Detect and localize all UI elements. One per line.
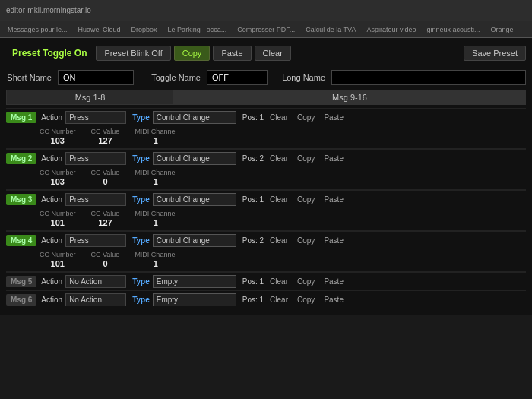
row-clear-btn-4[interactable]: Clear (267, 236, 291, 245)
row-paste-btn-6[interactable]: Paste (321, 295, 347, 305)
tab-parking[interactable]: Le Parking - occa... (163, 24, 232, 35)
row-paste-btn-1[interactable]: Paste (321, 112, 347, 122)
type-select-1[interactable]: Control Change (153, 111, 236, 124)
messages-section: Msg 1 Action Press Type Control Change P… (6, 108, 526, 309)
action-select-3[interactable]: Press (65, 193, 126, 206)
cc-value-label: CC Value (91, 210, 120, 217)
cc-number-value: 103 (51, 136, 65, 145)
row-copy-btn-2[interactable]: Copy (294, 154, 318, 163)
action-select-6[interactable]: No Action (65, 293, 126, 306)
action-select-2[interactable]: Press (65, 152, 126, 165)
tab-video[interactable]: Aspirateur vidéo (362, 24, 420, 35)
long-name-input[interactable] (331, 70, 526, 85)
msg-row-6: Msg 6 Action No Action Type Empty Pos: 1… (6, 290, 526, 309)
msg-badge-1: Msg 1 (6, 112, 36, 123)
type-select-4[interactable]: Control Change (153, 234, 236, 247)
type-select-5[interactable]: Empty (153, 275, 236, 288)
cc-value-value: 127 (98, 218, 112, 227)
name-row: Short Name Toggle Name Long Name (6, 70, 526, 85)
midi-channel-value: 1 (154, 136, 158, 145)
type-select-2[interactable]: Control Change (153, 152, 236, 165)
row-copy-btn-3[interactable]: Copy (294, 195, 318, 204)
message-block-4: Msg 4 Action Press Type Control Change P… (6, 231, 526, 272)
toggle-name-label: Toggle Name (147, 73, 201, 82)
row-clear-btn-3[interactable]: Clear (267, 195, 291, 204)
detail-row-3: CC Number 101 CC Value 127 MIDI Channel … (6, 208, 526, 231)
msg-tabs: Msg 1-8 Msg 9-16 (6, 90, 526, 105)
tab-msg-1-8[interactable]: Msg 1-8 (6, 90, 173, 105)
toggle-name-input[interactable] (207, 70, 268, 85)
tab-messages[interactable]: Messages pour le... (3, 24, 72, 35)
action-label-5: Action (41, 277, 62, 286)
pos-label-5: Pos: 1 (242, 277, 264, 286)
msg-row-2: Msg 2 Action Press Type Control Change P… (6, 149, 526, 167)
message-block-2: Msg 2 Action Press Type Control Change P… (6, 149, 526, 190)
detail-row-2: CC Number 103 CC Value 0 MIDI Channel 1 (6, 167, 526, 190)
cc-number-group: CC Number 101 (40, 251, 76, 268)
row-copy-btn-4[interactable]: Copy (294, 236, 318, 245)
action-select-1[interactable]: Press (65, 111, 126, 124)
save-preset-button[interactable]: Save Preset (464, 46, 526, 61)
cc-number-label: CC Number (40, 169, 76, 176)
tab-bar: Messages pour le... Huawei Cloud Dropbox… (0, 21, 532, 38)
tab-huawei[interactable]: Huawei Cloud (74, 24, 125, 35)
row-paste-btn-5[interactable]: Paste (321, 277, 347, 287)
action-select-4[interactable]: Press (65, 234, 126, 247)
cc-value-value: 0 (103, 259, 107, 268)
toolbar: Preset Toggle On Preset Blink Off Copy P… (6, 43, 526, 64)
tab-dropbox[interactable]: Dropbox (127, 24, 162, 35)
row-copy-btn-5[interactable]: Copy (294, 277, 318, 287)
action-label-1: Action (41, 113, 62, 122)
row-paste-btn-3[interactable]: Paste (321, 195, 347, 204)
cc-number-group: CC Number 103 (40, 169, 76, 186)
action-label-3: Action (41, 195, 62, 204)
row-clear-btn-1[interactable]: Clear (267, 112, 291, 122)
copy-button[interactable]: Copy (174, 46, 211, 61)
preset-blink-button[interactable]: Preset Blink Off (96, 46, 170, 61)
midi-channel-label: MIDI Channel (135, 210, 176, 217)
app-container: Preset Toggle On Preset Blink Off Copy P… (0, 38, 532, 315)
short-name-input[interactable] (58, 70, 134, 85)
row-copy-btn-1[interactable]: Copy (294, 112, 318, 122)
type-label-1: Type (132, 113, 150, 122)
cc-number-group: CC Number 101 (40, 210, 76, 227)
pos-label-2: Pos: 2 (242, 154, 264, 163)
cc-value-value: 127 (98, 136, 112, 145)
row-paste-btn-4[interactable]: Paste (321, 236, 347, 245)
type-select-6[interactable]: Empty (153, 293, 236, 306)
row-copy-btn-6[interactable]: Copy (294, 295, 318, 305)
row-paste-btn-2[interactable]: Paste (321, 154, 347, 163)
detail-row-1: CC Number 103 CC Value 127 MIDI Channel … (6, 126, 526, 149)
detail-row-4: CC Number 101 CC Value 0 MIDI Channel 1 (6, 249, 526, 272)
msg-row-4: Msg 4 Action Press Type Control Change P… (6, 231, 526, 249)
type-label-5: Type (132, 277, 150, 286)
clear-button[interactable]: Clear (255, 46, 291, 61)
tab-orange[interactable]: Orange (486, 24, 518, 35)
tab-msg-9-16[interactable]: Msg 9-16 (173, 90, 526, 105)
paste-button[interactable]: Paste (213, 46, 251, 61)
cc-number-label: CC Number (40, 251, 76, 258)
type-select-3[interactable]: Control Change (153, 193, 236, 206)
type-label-3: Type (132, 195, 150, 204)
type-label-2: Type (132, 154, 150, 163)
type-label-4: Type (132, 236, 150, 245)
row-clear-btn-2[interactable]: Clear (267, 154, 291, 163)
msg-badge-6: Msg 6 (6, 294, 36, 306)
msg-badge-2: Msg 2 (6, 153, 36, 164)
tab-tva[interactable]: Calcul de la TVA (301, 24, 360, 35)
row-clear-btn-5[interactable]: Clear (267, 277, 291, 287)
midi-channel-group: MIDI Channel 1 (135, 169, 176, 186)
msg-row-1: Msg 1 Action Press Type Control Change P… (6, 108, 526, 126)
action-label-2: Action (41, 154, 62, 163)
preset-toggle-label: Preset Toggle On (6, 48, 93, 59)
cc-value-label: CC Value (91, 169, 120, 176)
pos-label-6: Pos: 1 (242, 296, 264, 304)
long-name-label: Long Name (280, 73, 325, 82)
action-select-5[interactable]: No Action (65, 275, 126, 288)
tab-compress[interactable]: Compresser PDF... (233, 24, 299, 35)
cc-number-value: 101 (51, 259, 65, 268)
tab-ginneux[interactable]: ginneux acousti... (422, 24, 484, 35)
msg-row-3: Msg 3 Action Press Type Control Change P… (6, 190, 526, 208)
row-clear-btn-6[interactable]: Clear (267, 295, 291, 305)
short-name-label: Short Name (6, 73, 52, 82)
